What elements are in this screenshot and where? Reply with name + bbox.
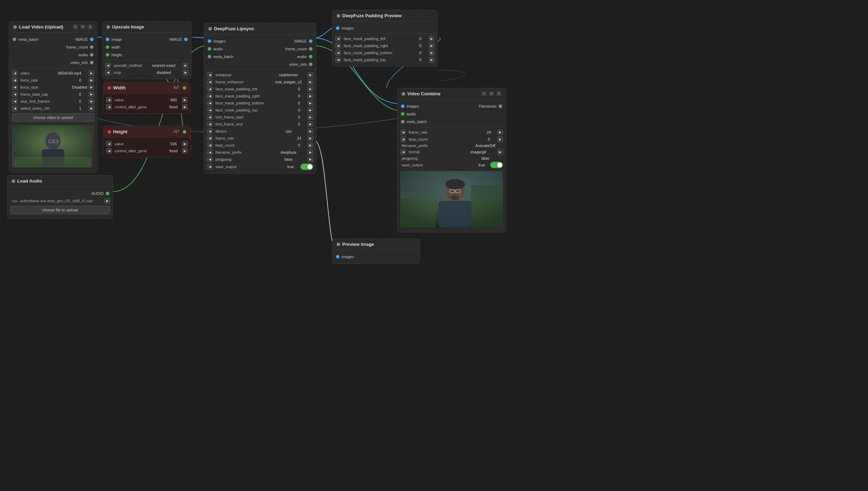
lipsync-pingpong-right[interactable]: ▶ [307, 157, 313, 162]
input-lipsync-filename-prefix[interactable]: ◀ filename_prefix deepfuze ▶ [204, 149, 316, 156]
lipsync-loop-right[interactable]: ▶ [307, 142, 313, 148]
force-rate-right[interactable]: ▶ [89, 77, 94, 83]
combine-save-toggle[interactable] [490, 162, 503, 168]
width-control-right[interactable]: ▶ [182, 104, 188, 110]
padding-top-right[interactable]: ▶ [429, 57, 434, 63]
audio-file-row[interactable]: cus - authoritative and deep_gen_s35_sb8… [7, 197, 113, 204]
skip-first-right[interactable]: ▶ [89, 98, 94, 104]
lipsync-frame-rate-right[interactable]: ▶ [307, 135, 313, 141]
input-width-control[interactable]: ◀ control_after_gene fixed ▶ [103, 103, 190, 110]
trim-start-right[interactable]: ▶ [307, 114, 313, 120]
combine-format-left[interactable]: ◀ [400, 149, 406, 155]
video-left-arrow[interactable]: ◀ [12, 70, 18, 76]
input-combine-format[interactable]: ◀ format image/gif ▶ [397, 148, 506, 155]
face-mask-bottom-left[interactable]: ◀ [207, 100, 213, 106]
face-mask-right-right-btn[interactable]: ▶ [307, 93, 313, 99]
padding-right-left[interactable]: ◀ [335, 43, 341, 49]
input-combine-filename-prefix[interactable]: filename_prefix AnimateDiff [397, 143, 506, 148]
device-left[interactable]: ◀ [207, 128, 213, 134]
input-combine-frame-rate[interactable]: ◀ frame_rate 24 ▶ [397, 129, 506, 136]
width-value-right[interactable]: ▶ [182, 97, 188, 103]
input-force-rate[interactable]: ◀ force_rate 0 ▶ [9, 77, 97, 84]
lipsync-prefix-right[interactable]: ▶ [307, 149, 313, 155]
frame-load-cap-right[interactable]: ▶ [89, 91, 94, 97]
lipsync-pingpong-left[interactable]: ◀ [207, 157, 213, 162]
width-value-left[interactable]: ◀ [106, 97, 112, 103]
trim-end-left[interactable]: ◀ [207, 121, 213, 127]
frame-enhancer-left[interactable]: ◀ [207, 79, 213, 85]
height-control-right[interactable]: ▶ [182, 148, 188, 154]
input-combine-loop-count[interactable]: ◀ loop_count 0 ▶ [397, 136, 506, 143]
combine-format-right[interactable]: ▶ [497, 149, 503, 155]
force-size-right[interactable]: ▶ [89, 84, 94, 90]
trim-end-right[interactable]: ▶ [307, 121, 313, 127]
device-right[interactable]: ▶ [307, 128, 313, 134]
combine-frame-rate-right[interactable]: ▶ [497, 129, 503, 135]
enhancer-right[interactable]: ▶ [307, 72, 313, 78]
crop-left[interactable]: ◀ [105, 70, 111, 75]
face-mask-top-right[interactable]: ▶ [307, 107, 313, 113]
lipsync-save-left[interactable]: ◀ [207, 164, 213, 170]
force-size-left[interactable]: ◀ [12, 84, 18, 90]
input-combine-pingpong[interactable]: pingpong false [397, 155, 506, 161]
input-frame-enhancer[interactable]: ◀ frame_enhancer real_esrgan_x2 ▶ [204, 78, 316, 85]
input-device[interactable]: ◀ device cpu ▶ [204, 128, 316, 135]
video-right-arrow[interactable]: ▶ [89, 70, 94, 76]
lipsync-loop-left[interactable]: ◀ [207, 142, 213, 148]
input-skip-first-frames[interactable]: ◀ skip_first_frames 0 ▶ [9, 98, 97, 105]
choose-file-button[interactable]: choose file to upload [10, 206, 110, 214]
padding-left-left[interactable]: ◀ [335, 36, 341, 42]
width-control-left[interactable]: ◀ [106, 104, 112, 110]
input-padding-top[interactable]: ◀ face_mask_padding_top 0 ▶ [332, 56, 437, 63]
input-lipsync-pingpong[interactable]: ◀ pingpong false ▶ [204, 156, 316, 163]
input-padding-right[interactable]: ◀ face_mask_padding_right 0 ▶ [332, 42, 437, 49]
lipsync-frame-rate-left[interactable]: ◀ [207, 135, 213, 141]
padding-right-right[interactable]: ▶ [429, 43, 434, 49]
input-force-size[interactable]: ◀ force_size Disabled ▶ [9, 84, 97, 91]
trim-start-left[interactable]: ◀ [207, 114, 213, 120]
padding-left-right[interactable]: ▶ [429, 36, 434, 42]
input-face-mask-right[interactable]: ◀ face_mask_padding_right 0 ▶ [204, 93, 316, 100]
face-mask-bottom-right[interactable]: ▶ [307, 100, 313, 106]
input-select-every-nth[interactable]: ◀ select_every_nth 1 ▶ [9, 105, 97, 112]
audio-play-btn[interactable]: ▶ [104, 198, 110, 204]
input-combine-save-output[interactable]: save_output true [397, 161, 506, 169]
padding-top-left[interactable]: ◀ [335, 57, 341, 63]
combine-frame-rate-left[interactable]: ◀ [400, 129, 406, 135]
input-crop[interactable]: ◀ crop disabled ▶ [102, 69, 191, 76]
input-face-mask-top[interactable]: ◀ face_mask_padding_top 0 ▶ [204, 107, 316, 114]
input-lipsync-loop-count[interactable]: ◀ loop_count 0 ▶ [204, 142, 316, 149]
upscale-method-left[interactable]: ◀ [105, 63, 111, 68]
input-face-mask-left[interactable]: ◀ face_mask_padding_left 0 ▶ [204, 85, 316, 93]
upscale-method-right[interactable]: ▶ [183, 63, 188, 68]
input-height-control[interactable]: ◀ control_after_gene fixed ▶ [103, 147, 190, 154]
frame-enhancer-right[interactable]: ▶ [307, 79, 313, 85]
input-width-value[interactable]: ◀ value 960 ▶ [103, 96, 190, 103]
frame-load-cap-left[interactable]: ◀ [12, 91, 18, 97]
force-rate-left[interactable]: ◀ [12, 77, 18, 83]
input-trim-end[interactable]: ◀ trim_frame_end 0 ▶ [204, 121, 316, 128]
face-mask-top-left[interactable]: ◀ [207, 107, 213, 113]
height-value-right[interactable]: ▶ [182, 141, 188, 147]
combine-loop-left[interactable]: ◀ [400, 136, 406, 142]
lipsync-prefix-left[interactable]: ◀ [207, 149, 213, 155]
input-padding-bottom[interactable]: ◀ face_mask_padding_bottom 0 ▶ [332, 49, 437, 56]
choose-video-button[interactable]: choose video to upload [12, 113, 94, 122]
height-control-left[interactable]: ◀ [106, 148, 112, 154]
face-mask-left-right-btn[interactable]: ▶ [307, 86, 313, 92]
select-every-right[interactable]: ▶ [89, 106, 94, 111]
face-mask-left-btn[interactable]: ◀ [207, 86, 213, 92]
face-mask-right-left-btn[interactable]: ◀ [207, 93, 213, 99]
enhancer-left[interactable]: ◀ [207, 72, 213, 78]
input-frame-load-cap[interactable]: ◀ frame_load_cap 0 ▶ [9, 91, 97, 98]
padding-bottom-left[interactable]: ◀ [335, 50, 341, 56]
select-every-left[interactable]: ◀ [12, 106, 18, 111]
input-lipsync-frame-rate[interactable]: ◀ frame_rate 24 ▶ [204, 135, 316, 142]
input-upscale-method[interactable]: ◀ upscale_method nearest-exact ▶ [102, 62, 191, 69]
input-video[interactable]: ◀ video 960x540.mp4 ▶ [9, 70, 97, 77]
height-value-left[interactable]: ◀ [106, 141, 112, 147]
input-padding-left[interactable]: ◀ face_mask_padding_left 0 ▶ [332, 35, 437, 42]
padding-bottom-right[interactable]: ▶ [429, 50, 434, 56]
input-enhancer[interactable]: ◀ enhancer codeformer ▶ [204, 71, 316, 78]
crop-right[interactable]: ▶ [183, 70, 188, 75]
